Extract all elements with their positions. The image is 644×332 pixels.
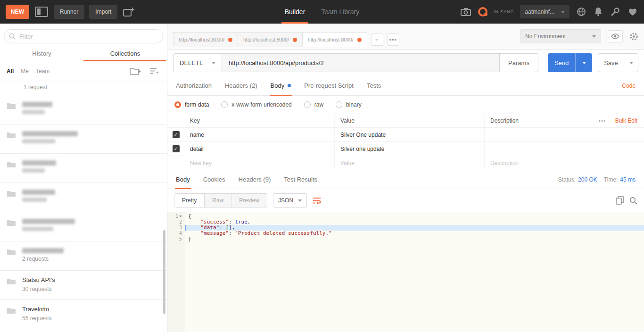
sidebar-toggle-icon[interactable] xyxy=(34,6,49,18)
row-checkbox[interactable] xyxy=(173,145,180,152)
send-dropdown-button[interactable] xyxy=(575,53,592,72)
new-button[interactable]: NEW xyxy=(6,5,29,19)
body-type-form-data[interactable]: form-data xyxy=(174,101,209,108)
save-button[interactable]: Save xyxy=(598,53,624,72)
collection-item-redacted[interactable]: 2 requests xyxy=(0,241,167,271)
eye-icon xyxy=(611,33,619,39)
header-right-group: IN SYNC aatmaninf... xyxy=(460,5,638,18)
capture-icon[interactable] xyxy=(460,7,472,17)
runner-button[interactable]: Runner xyxy=(54,5,84,19)
bell-icon[interactable] xyxy=(593,6,603,17)
request-tabs-group: http://localhost:8000/ http://localhost:… xyxy=(173,32,399,47)
request-tab-active[interactable]: http://localhost:8000/ xyxy=(303,32,367,47)
key-cell[interactable]: detail xyxy=(184,142,334,156)
body-type-urlencoded[interactable]: x-www-form-urlencoded xyxy=(221,101,291,108)
body-type-raw[interactable]: raw xyxy=(304,101,323,108)
radio-checked-icon xyxy=(174,101,181,108)
import-button[interactable]: Import xyxy=(89,5,117,19)
user-menu[interactable]: aatmaninf... xyxy=(520,5,570,18)
line-number[interactable]: 3 xyxy=(167,225,185,231)
interceptor-icon[interactable] xyxy=(610,6,621,17)
line-number[interactable]: 1 xyxy=(167,214,185,219)
new-folder-icon[interactable] xyxy=(129,66,142,76)
url-input[interactable] xyxy=(222,53,500,72)
code-link[interactable]: Code xyxy=(622,83,636,89)
tab-tests[interactable]: Tests xyxy=(360,76,388,95)
sort-icon[interactable] xyxy=(149,66,160,75)
redacted-meta xyxy=(22,139,55,143)
search-icon xyxy=(9,33,16,40)
collection-item[interactable]: 1 request xyxy=(0,82,167,95)
send-button[interactable]: Send xyxy=(548,53,575,72)
key-cell[interactable]: name xyxy=(184,128,334,141)
value-cell[interactable]: Silver One update xyxy=(334,128,484,141)
view-raw-button[interactable]: Raw xyxy=(205,194,231,207)
new-value-cell[interactable]: Value xyxy=(334,156,484,170)
tab-history[interactable]: History xyxy=(0,47,83,61)
copy-icon[interactable] xyxy=(616,196,624,205)
line-number[interactable]: 5 xyxy=(167,236,185,242)
add-tab-button[interactable]: + xyxy=(371,33,383,46)
tab-team-library[interactable]: Team Library xyxy=(313,0,367,24)
new-description-cell[interactable]: Description xyxy=(484,156,588,170)
status-label: Status: xyxy=(558,176,576,183)
collection-item-redacted[interactable] xyxy=(0,183,167,212)
collection-item-redacted[interactable] xyxy=(0,154,167,183)
value-cell[interactable]: Silver one update xyxy=(334,142,484,156)
search-response-icon[interactable] xyxy=(629,197,637,205)
view-preview-button[interactable]: Preview xyxy=(231,194,267,207)
row-checkbox[interactable] xyxy=(173,131,180,138)
request-tab[interactable]: http://localhost:8000/ xyxy=(173,32,238,47)
sidebar-scrollbar[interactable] xyxy=(163,230,165,314)
request-tab[interactable]: http://localhost:8000/ xyxy=(238,32,303,47)
description-cell[interactable] xyxy=(484,128,588,141)
fold-arrow-icon[interactable] xyxy=(179,216,182,217)
unsaved-dot-icon xyxy=(228,38,232,42)
filter-input[interactable] xyxy=(4,29,163,43)
environment-select[interactable]: No Environment xyxy=(520,29,601,43)
collection-item-redacted[interactable] xyxy=(0,212,167,241)
collection-item-redacted[interactable] xyxy=(0,124,167,154)
heart-icon[interactable] xyxy=(627,7,638,17)
tab-pre-request-script[interactable]: Pre-request Script xyxy=(297,76,360,95)
sync-status-icon[interactable] xyxy=(478,7,487,17)
environment-quick-look-button[interactable] xyxy=(608,30,623,42)
proxy-globe-icon[interactable] xyxy=(576,6,587,17)
tab-collections[interactable]: Collections xyxy=(83,47,167,61)
language-select[interactable]: JSON xyxy=(273,193,307,208)
new-window-icon[interactable] xyxy=(122,6,135,17)
description-cell[interactable] xyxy=(484,142,588,156)
tab-cookies[interactable]: Cookies xyxy=(197,170,232,189)
tab-response-headers[interactable]: Headers (9) xyxy=(232,170,278,189)
params-button[interactable]: Params xyxy=(500,53,538,72)
code-line: 2 "success": true, xyxy=(167,219,644,225)
line-number[interactable]: 4 xyxy=(167,231,185,236)
tab-body[interactable]: Body xyxy=(264,76,298,95)
view-pretty-button[interactable]: Pretty xyxy=(174,194,205,207)
bulk-edit-link[interactable]: Bulk Edit xyxy=(615,117,637,124)
collection-item[interactable]: Travelotto 55 requests xyxy=(0,300,167,329)
save-dropdown-button[interactable] xyxy=(624,53,638,72)
tab-test-results[interactable]: Test Results xyxy=(277,170,324,189)
tab-response-body[interactable]: Body xyxy=(169,170,197,189)
tab-authorization[interactable]: Authorization xyxy=(169,76,218,95)
scope-all[interactable]: All xyxy=(7,68,14,75)
table-more-icon[interactable]: ••• xyxy=(599,118,606,124)
collection-folder-icon xyxy=(7,248,16,257)
settings-gear-icon[interactable] xyxy=(629,32,638,41)
collection-item-redacted[interactable] xyxy=(0,95,167,124)
method-select[interactable]: DELETE xyxy=(173,53,222,72)
scope-team[interactable]: Team xyxy=(36,68,50,75)
more-tabs-button[interactable]: ••• xyxy=(387,33,399,46)
tab-headers[interactable]: Headers (2) xyxy=(218,76,264,95)
collection-item[interactable]: Statsu API's 30 requests xyxy=(0,271,167,300)
table-header-row: Key Value Description ••• Bulk Edit xyxy=(167,114,644,128)
scope-me[interactable]: Me xyxy=(21,68,29,75)
wrap-lines-icon[interactable] xyxy=(313,197,321,204)
body-type-binary[interactable]: binary xyxy=(336,101,362,108)
line-number[interactable]: 2 xyxy=(167,219,185,225)
body-type-label: raw xyxy=(314,101,323,108)
new-key-cell[interactable]: New key xyxy=(184,156,334,170)
tab-builder[interactable]: Builder xyxy=(277,0,314,24)
collection-folder-icon xyxy=(7,190,16,199)
